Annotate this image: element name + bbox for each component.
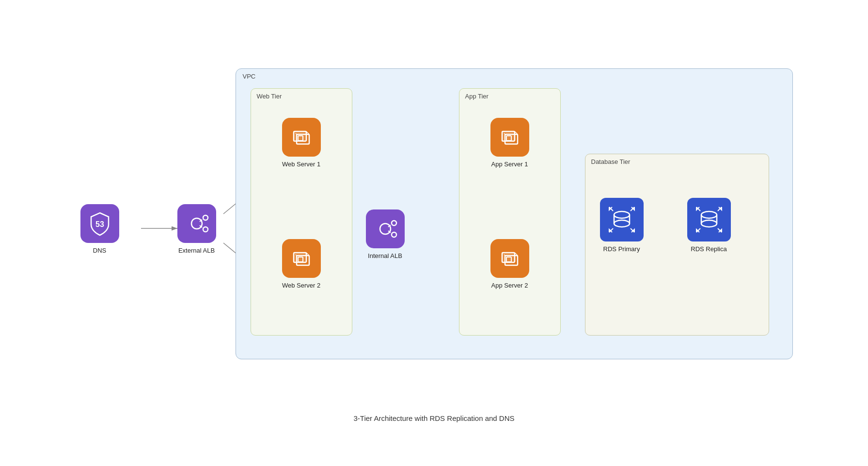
- app-server-1-label: App Server 1: [491, 161, 528, 168]
- diagram: 53 DNS External ALB VPC Web Tier: [47, 39, 822, 427]
- web-tier-box: Web Tier Web Server 1: [251, 88, 352, 336]
- diagram-caption: 3-Tier Architecture with RDS Replication…: [353, 414, 514, 422]
- external-alb-icon: [177, 204, 216, 243]
- rds-replica-icon: [687, 198, 731, 241]
- web-server-1-icon: [282, 118, 321, 157]
- internal-alb-icon: [366, 209, 405, 248]
- external-alb-node: External ALB: [177, 204, 216, 254]
- app-tier-label: App Tier: [465, 93, 489, 100]
- app-server-1-icon: [490, 118, 529, 157]
- web-tier-label: Web Tier: [257, 93, 282, 100]
- svg-text:53: 53: [95, 220, 104, 228]
- vpc-box: VPC Web Tier Web Server 1: [236, 68, 793, 359]
- rds-replica-label: RDS Replica: [691, 245, 726, 253]
- db-tier-box: Database Tier: [585, 154, 769, 336]
- web-server-1-label: Web Server 1: [282, 161, 320, 168]
- app-server-2-node: App Server 2: [490, 239, 529, 289]
- svg-point-45: [614, 220, 630, 227]
- web-server-2-label: Web Server 2: [282, 282, 320, 289]
- web-server-2-icon: [282, 239, 321, 278]
- rds-replica-node: RDS Replica: [687, 198, 731, 253]
- svg-point-13: [203, 215, 208, 220]
- db-tier-label: Database Tier: [591, 158, 631, 165]
- rds-primary-label: RDS Primary: [603, 245, 640, 253]
- external-alb-label: External ALB: [178, 247, 215, 254]
- svg-point-42: [614, 211, 630, 218]
- app-tier-box: App Tier App Server 1: [459, 88, 561, 336]
- internal-alb-label: Internal ALB: [368, 252, 402, 259]
- web-server-1-node: Web Server 1: [282, 118, 321, 168]
- rds-primary-icon: [600, 198, 644, 241]
- web-server-2-node: Web Server 2: [282, 239, 321, 289]
- svg-point-27: [380, 224, 391, 234]
- dns-node: 53 DNS: [80, 204, 119, 254]
- svg-point-14: [203, 227, 208, 232]
- rds-primary-node: RDS Primary: [600, 198, 644, 253]
- app-server-1-node: App Server 1: [490, 118, 529, 168]
- svg-point-29: [392, 232, 396, 237]
- app-server-2-icon: [490, 239, 529, 278]
- dns-label: DNS: [93, 247, 106, 254]
- svg-point-50: [701, 211, 717, 218]
- internal-alb-node: Internal ALB: [366, 209, 405, 259]
- dns-icon: 53: [80, 204, 119, 243]
- svg-point-12: [191, 218, 202, 229]
- app-server-2-label: App Server 2: [491, 282, 528, 289]
- vpc-label: VPC: [243, 73, 256, 80]
- svg-point-28: [392, 221, 396, 225]
- svg-point-53: [701, 220, 717, 227]
